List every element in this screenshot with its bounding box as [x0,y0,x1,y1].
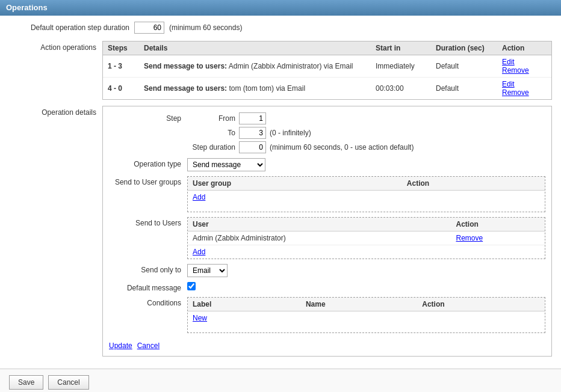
action-operations-section: Action operations Steps Details Start in… [9,41,552,100]
ops-steps: 4 - 0 [103,78,139,100]
send-to-users-label: Send to Users [109,217,187,227]
step-duration-row: Step duration (minimum 60 seconds, 0 - u… [187,141,545,153]
send-to-users-content: User Action Admin (Zabbix Administrator)… [187,217,545,259]
step-to-label: To [187,129,235,137]
users-row: Admin (Zabbix Administrator) Remove [188,231,545,245]
step-from-label: From [187,114,235,123]
conditions-row: Conditions Label Name Action [109,297,545,333]
users-add-row: Add [188,245,545,259]
update-link[interactable]: Update [109,341,132,350]
cancel-button[interactable]: Cancel [48,375,88,390]
user-remove-link[interactable]: Remove [456,234,483,242]
default-duration-row: Default operation step duration (minimum… [9,22,552,34]
col-action: Action [497,41,551,55]
conditions-table: Label Name Action New [188,298,545,325]
send-to-usergroups-label: Send to User groups [109,176,187,186]
u-col-action: Action [451,218,545,231]
action-operations-label: Action operations [9,41,102,100]
bottom-buttons: Save Cancel [0,369,561,392]
users-add-cell: Add [188,245,545,259]
step-sub-rows: From To (0 - infinitely) Step duration [187,112,545,153]
default-message-label: Default message [109,282,187,292]
users-table-wrapper: User Action Admin (Zabbix Administrator)… [187,217,545,259]
operation-type-row: Operation type Send message Remote comma… [109,158,545,171]
conditions-new-cell: New [188,311,545,325]
send-only-to-select[interactable]: Email SMS Jabber [187,264,228,277]
cond-col-label: Label [188,298,301,311]
ops-action: Edit Remove [497,78,551,100]
user-name: Admin (Zabbix Administrator) [188,231,451,245]
col-duration: Duration (sec) [431,41,497,55]
ops-edit-link[interactable]: Edit [502,80,515,88]
default-duration-input[interactable] [134,22,164,34]
default-message-content [187,282,545,292]
step-duration-label: Step duration [187,143,235,152]
conditions-new-row: New [188,311,545,325]
users-add-link[interactable]: Add [193,248,205,256]
default-message-checkbox[interactable] [187,282,196,290]
step-row: Step From To (0 - infinitely) [109,112,545,153]
update-cancel-row: Update Cancel [109,338,545,350]
operation-type-select[interactable]: Send message Remote command [187,158,265,171]
send-to-usergroups-row: Send to User groups User group Action [109,176,545,212]
ops-details: Send message to users: tom (tom tom) via… [139,78,371,100]
col-startin: Start in [371,41,431,55]
ops-startin: Immediately [371,55,431,78]
send-only-to-content: Email SMS Jabber [187,264,545,277]
ops-action: Edit Remove [497,55,551,78]
save-button[interactable]: Save [9,375,43,390]
user-action: Remove [451,231,545,245]
step-duration-input[interactable] [239,141,266,153]
ug-col-action: Action [402,177,545,191]
ops-steps: 1 - 3 [103,55,139,78]
ops-details: Send message to users: Admin (Zabbix Adm… [139,55,371,78]
conditions-label: Conditions [109,297,187,307]
operation-type-label: Operation type [109,158,187,168]
default-duration-label: Default operation step duration [9,23,129,32]
step-to-input[interactable] [239,127,266,139]
send-only-to-row: Send only to Email SMS Jabber [109,264,545,277]
ops-remove-link[interactable]: Remove [502,88,529,97]
main-content: Default operation step duration (minimum… [0,16,561,369]
action-operations-table: Steps Details Start in Duration (sec) Ac… [103,41,551,99]
users-table: User Action Admin (Zabbix Administrator)… [188,218,545,259]
default-duration-hint: (minimum 60 seconds) [169,23,242,32]
usergroups-table: User group Action Add [188,177,545,204]
send-only-to-label: Send only to [109,264,187,274]
cond-col-action: Action [417,298,545,311]
u-col-user: User [188,218,451,231]
ops-edit-link[interactable]: Edit [502,58,515,66]
ops-startin: 00:03:00 [371,78,431,100]
header-title: Operations [6,3,48,12]
ops-remove-link[interactable]: Remove [502,66,529,75]
conditions-new-link[interactable]: New [193,314,207,322]
default-message-row: Default message [109,282,545,292]
operations-row: 1 - 3 Send message to users: Admin (Zabb… [103,55,551,78]
send-to-users-row: Send to Users User Action [109,217,545,259]
section-header: Operations [0,0,561,16]
cancel-link[interactable]: Cancel [137,341,160,350]
ug-col-group: User group [188,177,402,191]
col-steps: Steps [103,41,139,55]
col-details: Details [139,41,371,55]
operations-row: 4 - 0 Send message to users: tom (tom to… [103,78,551,100]
ops-duration: Default [431,55,497,78]
usergroups-table-wrapper: User group Action Add [187,176,545,212]
details-form: Step From To (0 - infinitely) [102,106,552,357]
cond-col-name: Name [301,298,417,311]
step-from-input[interactable] [239,112,266,124]
step-label: Step [109,112,187,123]
page-container: Operations Default operation step durati… [0,0,561,392]
conditions-table-wrapper: Label Name Action New [187,297,545,333]
operation-type-content: Send message Remote command [187,158,545,171]
usergroups-add-cell: Add [188,191,545,204]
operation-details-section: Operation details Step From To [9,106,552,357]
step-content: From To (0 - infinitely) Step duration [187,112,545,153]
step-from-row: From [187,112,545,124]
step-to-hint: (0 - infinitely) [270,129,311,137]
operation-details-label: Operation details [9,106,102,357]
action-operations-table-wrapper: Steps Details Start in Duration (sec) Ac… [102,41,552,100]
usergroups-add-link[interactable]: Add [193,193,205,201]
send-to-usergroups-content: User group Action Add [187,176,545,212]
usergroups-add-row: Add [188,191,545,204]
